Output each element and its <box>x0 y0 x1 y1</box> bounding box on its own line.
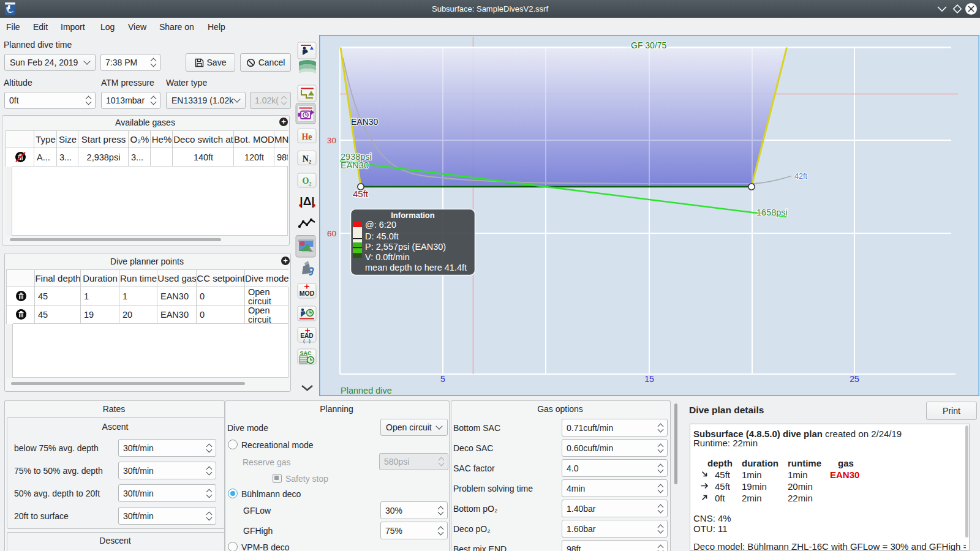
svg-text:GF 30/75: GF 30/75 <box>631 40 667 50</box>
svg-text:1658psi: 1658psi <box>756 208 788 217</box>
svg-text:N₂: N₂ <box>303 154 311 163</box>
svg-text:P: 2,557psi (EAN30): P: 2,557psi (EAN30) <box>365 242 446 252</box>
svg-text:42ft: 42ft <box>794 172 807 181</box>
svg-text:60: 60 <box>327 229 336 238</box>
svg-text:V: 0.0ft/min: V: 0.0ft/min <box>365 252 410 262</box>
svg-text:30: 30 <box>327 136 336 145</box>
svg-text:O₂: O₂ <box>302 176 311 186</box>
svg-text:Information: Information <box>391 211 435 220</box>
svg-text:|Δ|: |Δ| <box>300 195 314 208</box>
svg-text:5: 5 <box>440 374 445 384</box>
svg-text:D: 45.0ft: D: 45.0ft <box>365 231 399 241</box>
svg-text:(...): (...) <box>303 338 311 343</box>
svg-text:He: He <box>301 132 312 141</box>
svg-text:Planned dive: Planned dive <box>341 386 392 395</box>
svg-text:EAN30: EAN30 <box>351 117 379 127</box>
svg-text:MOD: MOD <box>300 290 315 297</box>
svg-text:45ft: 45ft <box>353 189 369 199</box>
svg-text:EAN30: EAN30 <box>341 160 369 170</box>
svg-text:15: 15 <box>644 374 654 384</box>
svg-text:mean depth to here 41.4ft: mean depth to here 41.4ft <box>365 263 467 272</box>
svg-text:25: 25 <box>850 374 859 384</box>
svg-text:@: 6:20: @: 6:20 <box>365 220 396 230</box>
svg-text:SAC: SAC <box>300 350 312 356</box>
